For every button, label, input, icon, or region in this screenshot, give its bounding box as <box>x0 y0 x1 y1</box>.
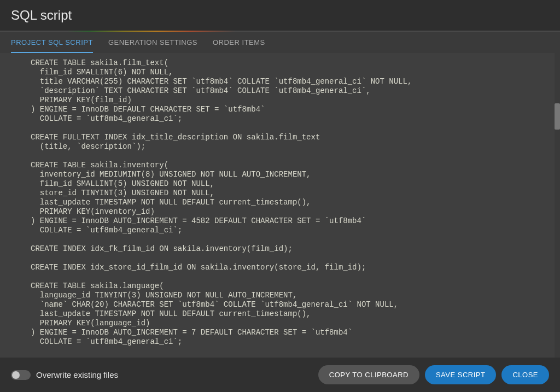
tab-generation-settings[interactable]: GENERATION SETTINGS <box>108 38 197 53</box>
dialog-title: SQL script <box>0 0 560 31</box>
sql-code-area[interactable]: CREATE TABLE sakila.film_text( film_id S… <box>0 53 560 358</box>
toggle-knob <box>12 371 20 379</box>
dialog-footer: Overwrite existing files COPY TO CLIPBOA… <box>0 358 560 392</box>
tab-order-items[interactable]: ORDER ITEMS <box>213 38 265 53</box>
tab-project-sql-script[interactable]: PROJECT SQL SCRIPT <box>11 38 93 53</box>
scrollbar-thumb[interactable] <box>555 103 560 130</box>
copy-to-clipboard-button[interactable]: COPY TO CLIPBOARD <box>318 365 419 384</box>
save-script-button[interactable]: SAVE SCRIPT <box>425 365 497 384</box>
sql-script-dialog: SQL script PROJECT SQL SCRIPT GENERATION… <box>0 0 560 392</box>
sql-code-text: CREATE TABLE sakila.film_text( film_id S… <box>0 53 560 358</box>
tab-bar: PROJECT SQL SCRIPT GENERATION SETTINGS O… <box>0 32 560 53</box>
overwrite-label: Overwrite existing files <box>36 370 118 379</box>
close-button[interactable]: CLOSE <box>501 365 549 384</box>
overwrite-toggle[interactable] <box>11 370 31 380</box>
overwrite-toggle-wrap: Overwrite existing files <box>11 370 118 380</box>
scrollbar-track[interactable] <box>555 53 560 358</box>
